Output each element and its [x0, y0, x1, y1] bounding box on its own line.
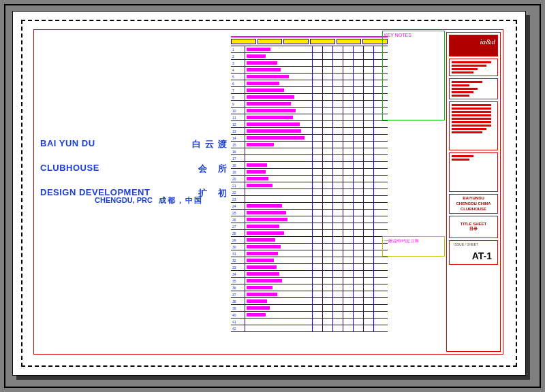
row-cells — [312, 291, 388, 297]
row-number: 20 — [231, 176, 245, 182]
row-number: 12 — [231, 121, 245, 127]
project-location: CHENGDU, PRC 成都，中国 — [95, 195, 203, 206]
row-number: 34 — [231, 271, 245, 277]
row-cells — [312, 108, 388, 114]
row-cells — [312, 169, 388, 175]
table-row: 5 — [231, 74, 388, 80]
row-cells — [312, 148, 388, 154]
row-cells — [312, 182, 388, 189]
row-number: 37 — [231, 291, 245, 297]
row-cells — [312, 298, 388, 304]
row-number: 5 — [231, 74, 245, 80]
keynotes-label: KEY NOTES — [383, 31, 444, 39]
row-cells — [312, 176, 388, 182]
row-cells — [312, 142, 388, 148]
row-number: 42 — [231, 325, 245, 331]
row-cells — [312, 121, 388, 127]
row-title-bar — [247, 54, 266, 58]
table-row: 8 — [231, 94, 388, 101]
row-title-bar — [247, 116, 293, 119]
row-number: 38 — [231, 298, 245, 304]
table-row: 34 — [231, 271, 388, 278]
sheet-number: AT-1 — [451, 246, 496, 263]
row-title-bar — [247, 231, 284, 235]
row-title-bar — [247, 245, 281, 248]
index-top-rule — [231, 36, 388, 37]
location-en: CHENGDU, PRC — [95, 196, 153, 204]
drawing-index-table: 1234567891011121314151617181920212223242… — [231, 36, 388, 338]
project-name-block: BAIYUNDU CHENGDU CHINA CLUBHOUSE — [449, 194, 498, 214]
row-number: 7 — [231, 87, 245, 93]
table-row: 16 — [231, 148, 388, 155]
table-row: 38 — [231, 298, 388, 305]
row-cells — [312, 53, 388, 59]
row-number: 13 — [231, 128, 245, 134]
row-cells — [312, 216, 388, 223]
table-row: 29 — [231, 237, 388, 244]
row-cells — [312, 257, 388, 263]
row-cells — [312, 237, 388, 243]
table-row: 40 — [231, 312, 388, 318]
firm-address-block — [449, 59, 498, 76]
index-header — [231, 39, 388, 44]
table-row: 23 — [231, 196, 388, 203]
row-cells — [312, 67, 388, 73]
row-title-bar — [247, 177, 268, 180]
row-cells — [312, 210, 388, 216]
row-title-bar — [247, 211, 286, 214]
row-cells — [312, 135, 388, 141]
approval-block — [449, 152, 498, 192]
row-title-bar — [247, 306, 270, 310]
index-rows: 1234567891011121314151617181920212223242… — [231, 46, 388, 332]
sheet-number-block: ISSUE / SHEET AT-1 — [449, 240, 498, 265]
row-cells — [312, 230, 388, 236]
title-cn-3: 扩 初 — [198, 187, 231, 199]
row-title-bar — [247, 68, 281, 71]
table-row: 36 — [231, 284, 388, 291]
table-row: 25 — [231, 210, 388, 216]
row-cells — [312, 162, 388, 168]
row-title-bar — [247, 225, 279, 228]
drawing-sheet[interactable]: BAI YUN DU 白云渡 CLUBHOUSE 会 所 DESIGN DEVE… — [12, 11, 526, 376]
row-title-bar — [247, 163, 267, 167]
row-number: 3 — [231, 60, 245, 66]
row-number: 2 — [231, 53, 245, 59]
consultants-block — [449, 78, 498, 99]
title-cn-2: 会 所 — [198, 163, 231, 175]
revisions-block — [449, 101, 498, 150]
tb-sheet-title-cn: 目录 — [450, 226, 497, 232]
row-cells — [312, 80, 388, 86]
row-number: 23 — [231, 196, 245, 202]
row-title-bar — [247, 252, 278, 255]
row-cells — [312, 244, 388, 250]
row-number: 30 — [231, 244, 245, 250]
row-title-bar — [247, 82, 279, 85]
table-row: 19 — [231, 169, 388, 176]
row-number: 35 — [231, 278, 245, 284]
table-row: 13 — [231, 128, 388, 135]
table-row: 35 — [231, 278, 388, 284]
row-number: 29 — [231, 237, 245, 243]
general-notes-panel: 一般说明/约定 注释 — [382, 236, 445, 257]
row-cells — [312, 284, 388, 291]
table-row: 33 — [231, 264, 388, 271]
table-row: 26 — [231, 216, 388, 223]
row-number: 24 — [231, 203, 245, 209]
row-cells — [312, 318, 388, 325]
row-number: 18 — [231, 162, 245, 168]
table-row: 17 — [231, 155, 388, 162]
table-row: 37 — [231, 291, 388, 298]
row-number: 14 — [231, 135, 245, 141]
row-title-bar — [247, 129, 301, 133]
table-row: 28 — [231, 230, 388, 237]
row-number: 32 — [231, 257, 245, 263]
row-cells — [312, 155, 388, 161]
row-title-bar — [247, 279, 282, 282]
row-number: 19 — [231, 169, 245, 175]
row-number: 25 — [231, 210, 245, 216]
row-title-bar — [247, 265, 277, 269]
table-row: 1 — [231, 46, 388, 53]
row-number: 26 — [231, 216, 245, 223]
table-row: 39 — [231, 305, 388, 312]
row-title-bar — [247, 61, 277, 65]
